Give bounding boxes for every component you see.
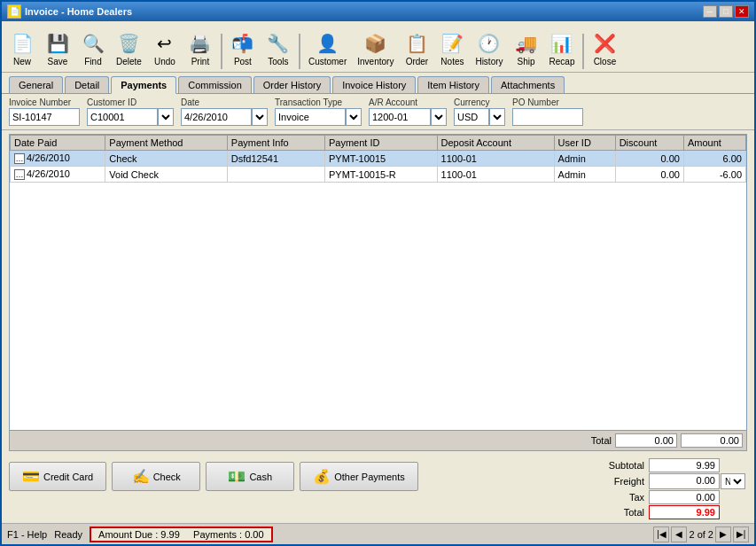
check-button[interactable]: ✍️ Check	[112, 462, 200, 491]
other-payments-button[interactable]: 💰 Other Payments	[300, 462, 417, 491]
main-content: Date Paid Payment Method Payment Info Pa…	[2, 130, 754, 455]
print-icon: 🖨️	[188, 31, 213, 56]
ar-account-input[interactable]	[369, 108, 431, 126]
ship-button[interactable]: 🚚 Ship	[510, 28, 543, 69]
page-info: 2 of 2	[689, 529, 713, 540]
new-icon: 📄	[10, 31, 35, 56]
customer-button[interactable]: 👤 Customer	[304, 28, 351, 69]
separator-1	[221, 34, 222, 69]
other-payments-label: Other Payments	[334, 472, 404, 482]
row-expand-button[interactable]: …	[14, 169, 25, 180]
col-payment-id: Payment ID	[324, 136, 437, 151]
transaction-type-input[interactable]	[275, 108, 346, 126]
close-button[interactable]: ❌ Close	[588, 28, 621, 69]
col-date-paid: Date Paid	[11, 136, 105, 151]
row-expand-button[interactable]: …	[14, 153, 25, 164]
tab-general[interactable]: General	[9, 76, 63, 93]
next-page-button[interactable]: ▶	[715, 526, 731, 542]
cash-button[interactable]: 💵 Cash	[206, 462, 294, 491]
status-help: F1 - Help	[7, 529, 47, 540]
subtotal-label: Subtotal	[605, 458, 648, 472]
tab-order-history[interactable]: Order History	[253, 76, 331, 93]
status-bar: F1 - Help Ready Amount Due : 9.99 Paymen…	[2, 523, 754, 544]
save-button[interactable]: 💾 Save	[41, 28, 74, 69]
table-row[interactable]: …4/26/2010 Void Check PYMT-10015-R 1100-…	[11, 167, 746, 183]
cash-icon: 💵	[228, 468, 246, 485]
payments-status: Payments : 0.00	[193, 529, 264, 540]
print-button[interactable]: 🖨️ Print	[183, 28, 217, 69]
date-input[interactable]	[181, 108, 252, 126]
inventory-button[interactable]: 📦 Inventory	[353, 28, 398, 69]
tax-value: 0.00	[649, 490, 720, 504]
separator-2	[299, 34, 300, 69]
transaction-type-select[interactable]: ▼	[346, 108, 362, 126]
po-number-input[interactable]	[512, 108, 583, 126]
freight-unit-select[interactable]: N	[721, 473, 745, 489]
notes-icon: 📝	[440, 31, 464, 56]
tab-detail[interactable]: Detail	[65, 76, 109, 93]
cell-payment-method: Check	[105, 151, 228, 167]
tools-label: Tools	[268, 57, 288, 66]
tools-button[interactable]: 🔧 Tools	[261, 28, 295, 69]
undo-icon: ↩	[152, 31, 177, 56]
tab-attachments[interactable]: Attachments	[491, 76, 565, 93]
last-page-button[interactable]: ▶|	[733, 526, 749, 542]
form-area: Invoice Number Customer ID ▼ Date ▼ Tran…	[2, 94, 754, 130]
status-highlight: Amount Due : 9.99 Payments : 0.00	[90, 526, 273, 542]
inventory-icon: 📦	[363, 31, 388, 56]
first-page-button[interactable]: |◀	[653, 526, 669, 542]
delete-button[interactable]: 🗑️ Delete	[112, 28, 146, 69]
date-select[interactable]: ▼	[252, 108, 268, 126]
credit-card-icon: 💳	[22, 468, 40, 485]
cell-payment-id: PYMT-10015	[324, 151, 437, 167]
cell-payment-method: Void Check	[105, 167, 228, 183]
tab-payments[interactable]: Payments	[111, 76, 176, 94]
find-button[interactable]: 🔍 Find	[76, 28, 110, 69]
save-label: Save	[48, 57, 68, 66]
customer-id-label: Customer ID	[87, 98, 174, 107]
cell-discount: 0.00	[615, 151, 683, 167]
transaction-type-group: Transaction Type ▼	[275, 98, 362, 126]
tab-item-history[interactable]: Item History	[417, 76, 489, 93]
recap-icon: 📊	[549, 31, 574, 56]
customer-id-wrap: ▼	[87, 108, 174, 126]
currency-select[interactable]: ▼	[489, 108, 505, 126]
col-user-id: User ID	[554, 136, 615, 151]
credit-card-button[interactable]: 💳 Credit Card	[9, 462, 106, 491]
post-icon: 📬	[230, 31, 255, 56]
invoice-number-input[interactable]	[9, 108, 80, 126]
customer-id-group: Customer ID ▼	[87, 98, 174, 126]
customer-id-input[interactable]	[87, 108, 158, 126]
new-button[interactable]: 📄 New	[5, 28, 39, 69]
table-row[interactable]: …4/26/2010 Check Dsfd12541 PYMT-10015 11…	[11, 151, 746, 167]
undo-button[interactable]: ↩ Undo	[148, 28, 182, 69]
customer-id-select[interactable]: ▼	[158, 108, 174, 126]
post-label: Post	[234, 57, 252, 66]
tab-invoice-history[interactable]: Invoice History	[332, 76, 416, 93]
cell-payment-id: PYMT-10015-R	[324, 167, 437, 183]
maximize-button[interactable]: □	[719, 5, 733, 18]
check-icon: ✍️	[132, 468, 150, 485]
window-title: Invoice - Home Dealers	[25, 6, 132, 17]
minimize-button[interactable]: ─	[703, 5, 717, 18]
history-button[interactable]: 🕐 History	[471, 28, 507, 69]
recap-button[interactable]: 📊 Recap	[545, 28, 580, 69]
close-window-button[interactable]: ✕	[735, 5, 749, 18]
payment-table-container[interactable]: Date Paid Payment Method Payment Info Pa…	[9, 134, 747, 431]
notes-button[interactable]: 📝 Notes	[435, 28, 469, 69]
tab-commission[interactable]: Commission	[178, 76, 252, 93]
ar-account-group: A/R Account ▼	[369, 98, 447, 126]
app-icon: 📄	[7, 4, 21, 19]
order-button[interactable]: 📋 Order	[400, 28, 433, 69]
status-ready: Ready	[54, 529, 82, 540]
currency-input[interactable]	[454, 108, 489, 126]
total-discount-value: 0.00	[615, 433, 677, 448]
nav-controls: |◀ ◀ 2 of 2 ▶ ▶|	[653, 526, 749, 542]
freight-value: 0.00	[649, 473, 720, 489]
cell-discount: 0.00	[615, 167, 683, 183]
prev-page-button[interactable]: ◀	[671, 526, 687, 542]
subtotal-value: 9.99	[649, 458, 720, 472]
bottom-area: 💳 Credit Card ✍️ Check 💵 Cash 💰 Other Pa…	[2, 455, 754, 523]
ar-account-select[interactable]: ▼	[431, 108, 447, 126]
post-button[interactable]: 📬 Post	[226, 28, 260, 69]
